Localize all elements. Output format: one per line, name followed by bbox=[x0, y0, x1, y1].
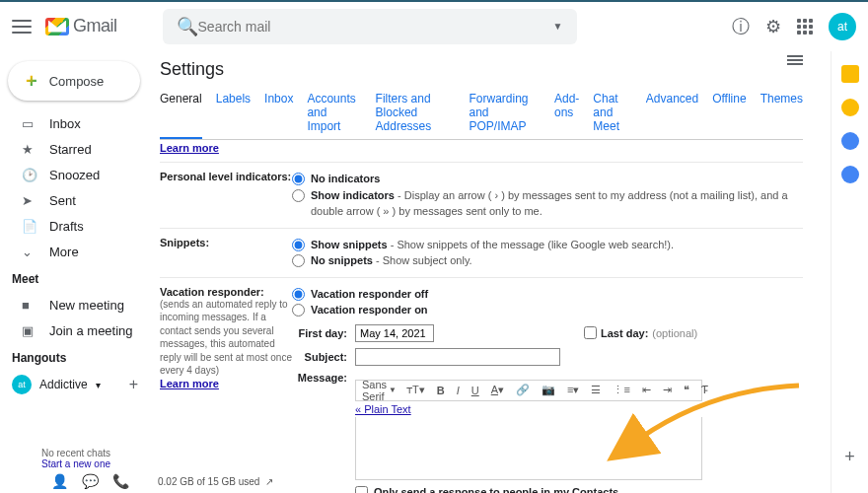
italic-icon[interactable]: I bbox=[455, 385, 462, 396]
hangouts-user[interactable]: at Addictive ▾ + bbox=[0, 371, 148, 398]
indent-less-icon[interactable]: ⇤ bbox=[640, 384, 653, 396]
tab-labels[interactable]: Labels bbox=[216, 88, 251, 139]
pli-no-radio[interactable] bbox=[292, 173, 305, 185]
vacation-on-radio[interactable] bbox=[292, 304, 305, 317]
tab-themes[interactable]: Themes bbox=[760, 88, 803, 139]
sent-icon: ➤ bbox=[22, 193, 36, 208]
search-options-caret-icon[interactable]: ▼ bbox=[553, 21, 563, 32]
gear-icon[interactable]: ⚙ bbox=[765, 16, 781, 37]
message-editor[interactable] bbox=[355, 417, 702, 480]
apps-grid-icon[interactable] bbox=[797, 19, 813, 35]
tab-inbox[interactable]: Inbox bbox=[264, 88, 293, 139]
no-chats-text: No recent chats bbox=[12, 448, 140, 458]
font-size-icon[interactable]: ᴛT▾ bbox=[404, 384, 427, 396]
image-icon[interactable]: 📷 bbox=[540, 384, 557, 396]
pli-label: Personal level indicators: bbox=[160, 171, 292, 220]
font-select[interactable]: Sans Serif▼ bbox=[362, 379, 397, 402]
bold-icon[interactable]: B bbox=[435, 385, 447, 396]
tab-forwarding[interactable]: Forwarding and POP/IMAP bbox=[469, 88, 541, 139]
page-title: Settings bbox=[160, 55, 803, 88]
vacation-sub: (sends an automated reply to incoming me… bbox=[160, 298, 292, 378]
inbox-icon: ▭ bbox=[22, 116, 36, 131]
avatar[interactable]: at bbox=[829, 13, 856, 40]
tab-accounts[interactable]: Accounts and Import bbox=[307, 88, 361, 139]
clock-icon: 🕑 bbox=[22, 168, 36, 182]
align-icon[interactable]: ≡▾ bbox=[565, 384, 581, 396]
settings-tabs: General Labels Inbox Accounts and Import… bbox=[160, 88, 803, 140]
only-contacts-checkbox[interactable] bbox=[355, 486, 368, 494]
plain-text-link[interactable]: « Plain Text bbox=[355, 403, 411, 415]
tab-filters[interactable]: Filters and Blocked Addresses bbox=[376, 88, 456, 139]
tab-addons[interactable]: Add-ons bbox=[554, 88, 579, 139]
clear-format-icon[interactable]: Ƭ̵ bbox=[699, 384, 710, 396]
vacation-learn-more[interactable]: Learn more bbox=[160, 378, 219, 389]
learn-more-link[interactable]: Learn more bbox=[160, 142, 219, 154]
tab-advanced[interactable]: Advanced bbox=[646, 88, 698, 139]
sidebar-item-snoozed[interactable]: 🕑Snoozed bbox=[0, 162, 148, 187]
sidebar-item-inbox[interactable]: ▭Inbox bbox=[0, 110, 148, 136]
snippets-no-radio[interactable] bbox=[292, 254, 305, 267]
new-meeting[interactable]: ■New meeting bbox=[0, 292, 148, 317]
indent-more-icon[interactable]: ⇥ bbox=[661, 384, 674, 396]
compose-label: Compose bbox=[49, 74, 105, 89]
bulleted-list-icon[interactable]: ⋮≡ bbox=[611, 384, 631, 396]
vacation-off-radio[interactable] bbox=[292, 288, 305, 301]
open-icon: ↗ bbox=[265, 476, 273, 487]
hangouts-call-icon[interactable]: 📞 bbox=[112, 473, 129, 489]
chevron-down-icon: ⌄ bbox=[22, 245, 36, 259]
storage-text[interactable]: 0.02 GB of 15 GB used↗ bbox=[158, 476, 273, 487]
search-bar[interactable]: 🔍 ▼ bbox=[163, 9, 577, 44]
tasks-sidepanel-icon[interactable] bbox=[841, 132, 859, 150]
contacts-sidepanel-icon[interactable] bbox=[841, 166, 859, 183]
text-color-icon[interactable]: A▾ bbox=[489, 384, 506, 396]
add-chat-icon[interactable]: + bbox=[129, 376, 138, 393]
link-icon[interactable]: 🔗 bbox=[514, 384, 532, 396]
help-icon[interactable]: ⓘ bbox=[732, 15, 750, 38]
rte-toolbar: Sans Serif▼ ᴛT▾ B I U A▾ 🔗 📷 ≡▾ ☰ ⋮≡ bbox=[355, 380, 702, 401]
gmail-logo[interactable]: Gmail bbox=[45, 16, 117, 36]
chevron-down-icon[interactable]: ▾ bbox=[96, 380, 101, 390]
snippets-show-radio[interactable] bbox=[292, 239, 305, 251]
first-day-input[interactable] bbox=[355, 324, 434, 342]
snippets-label: Snippets: bbox=[160, 237, 292, 269]
plus-icon: + bbox=[26, 71, 37, 91]
product-name: Gmail bbox=[73, 16, 117, 36]
hangouts-people-icon[interactable]: 👤 bbox=[51, 473, 68, 489]
join-icon: ▣ bbox=[22, 323, 36, 338]
meet-heading: Meet bbox=[0, 264, 148, 292]
first-day-label: First day: bbox=[292, 327, 347, 339]
join-meeting[interactable]: ▣Join a meeting bbox=[0, 317, 148, 343]
sidebar-item-sent[interactable]: ➤Sent bbox=[0, 187, 148, 213]
gmail-icon bbox=[45, 18, 69, 35]
sidebar-item-drafts[interactable]: 📄Drafts bbox=[0, 213, 148, 239]
star-icon: ★ bbox=[22, 142, 36, 157]
search-icon: 🔍 bbox=[177, 16, 198, 37]
sidebar-item-starred[interactable]: ★Starred bbox=[0, 136, 148, 162]
numbered-list-icon[interactable]: ☰ bbox=[589, 384, 603, 396]
calendar-sidepanel-icon[interactable] bbox=[841, 65, 859, 83]
add-sidepanel-icon[interactable]: + bbox=[844, 447, 855, 467]
underline-icon[interactable]: U bbox=[470, 385, 481, 396]
subject-input[interactable] bbox=[355, 348, 560, 366]
vacation-label: Vacation responder: bbox=[160, 286, 264, 298]
menu-icon[interactable] bbox=[12, 20, 32, 34]
subject-label: Subject: bbox=[292, 351, 347, 363]
tab-general[interactable]: General bbox=[160, 88, 202, 139]
hangouts-heading: Hangouts bbox=[0, 343, 148, 371]
hangouts-chat-icon[interactable]: 💬 bbox=[82, 473, 99, 489]
last-day-checkbox[interactable] bbox=[584, 326, 597, 339]
compose-button[interactable]: + Compose bbox=[8, 61, 140, 101]
hangouts-avatar: at bbox=[12, 375, 32, 394]
tab-chat[interactable]: Chat and Meet bbox=[593, 88, 631, 139]
start-chat-link[interactable]: Start a new one bbox=[12, 458, 140, 469]
draft-icon: 📄 bbox=[22, 219, 36, 234]
tab-offline[interactable]: Offline bbox=[712, 88, 746, 139]
display-density-icon[interactable] bbox=[787, 55, 803, 65]
keep-sidepanel-icon[interactable] bbox=[841, 99, 859, 116]
message-label: Message: bbox=[292, 372, 347, 384]
quote-icon[interactable]: ❝ bbox=[682, 384, 691, 396]
sidebar-item-more[interactable]: ⌄More bbox=[0, 239, 148, 264]
video-icon: ■ bbox=[22, 298, 36, 313]
pli-show-radio[interactable] bbox=[292, 189, 305, 202]
search-input[interactable] bbox=[198, 19, 553, 35]
